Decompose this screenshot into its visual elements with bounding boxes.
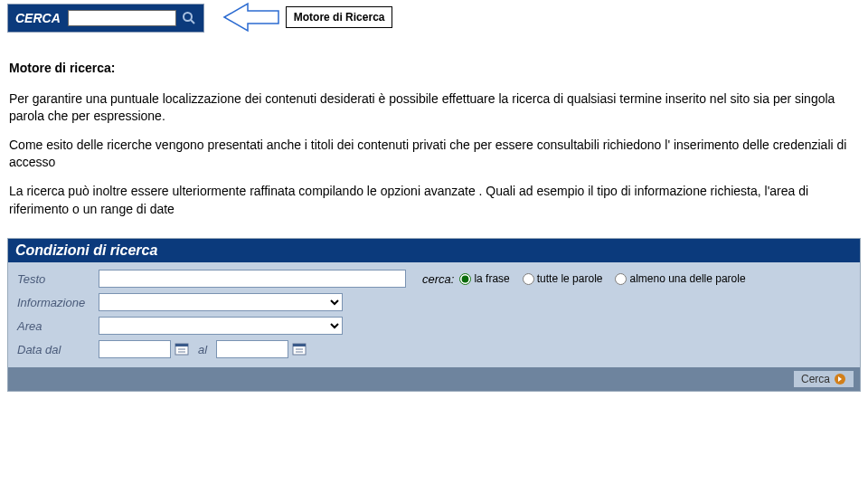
calendar-icon[interactable] xyxy=(175,342,189,356)
cerca-button[interactable]: Cerca xyxy=(793,370,854,388)
radio-tutte-le-parole[interactable]: tutte le parole xyxy=(523,272,603,285)
svg-marker-2 xyxy=(224,4,278,31)
search-input[interactable] xyxy=(68,10,176,26)
search-bar: CERCA xyxy=(7,4,204,33)
svg-rect-8 xyxy=(293,344,306,346)
calendar-icon[interactable] xyxy=(292,342,307,356)
body-text: Motore di ricerca: Per garantire una pun… xyxy=(9,60,859,218)
data-al-input[interactable] xyxy=(216,340,288,358)
label-cerca: cerca: xyxy=(422,272,454,286)
section-heading: Motore di ricerca: xyxy=(9,60,859,78)
callout-label: Motore di Ricerca xyxy=(286,6,393,28)
search-panel: Condizioni di ricerca Testo cerca: la fr… xyxy=(7,238,861,392)
data-dal-input[interactable] xyxy=(99,340,171,358)
row-area: Area xyxy=(17,317,851,335)
label-al: al xyxy=(198,343,207,356)
label-data-dal: Data dal xyxy=(17,343,99,356)
row-informazione: Informazione xyxy=(17,293,851,311)
testo-input[interactable] xyxy=(99,270,406,288)
paragraph-1: Per garantire una puntuale localizzazion… xyxy=(9,90,859,126)
label-informazione: Informazione xyxy=(17,296,99,309)
label-testo: Testo xyxy=(17,272,99,286)
panel-title: Condizioni di ricerca xyxy=(8,239,860,262)
arrow-left-icon xyxy=(222,2,286,33)
go-arrow-icon xyxy=(834,373,846,385)
svg-line-1 xyxy=(191,20,194,24)
area-select[interactable] xyxy=(99,317,343,335)
row-data: Data dal al xyxy=(17,340,851,358)
radio-almeno-una[interactable]: almeno una delle parole xyxy=(615,272,745,285)
paragraph-2: Come esito delle ricerche vengono presen… xyxy=(9,137,859,172)
paragraph-3: La ricerca può inoltre essere ulteriorme… xyxy=(9,183,859,218)
callout: Motore di Ricerca xyxy=(222,2,393,33)
radio-la-frase[interactable]: la frase xyxy=(459,272,509,285)
radio-tutte-input[interactable] xyxy=(523,273,534,285)
cerca-button-label: Cerca xyxy=(801,373,830,385)
svg-point-0 xyxy=(184,13,192,21)
svg-rect-4 xyxy=(175,344,188,346)
radio-almeno-input[interactable] xyxy=(615,273,627,285)
panel-footer: Cerca xyxy=(8,367,860,391)
label-area: Area xyxy=(17,319,99,333)
informazione-select[interactable] xyxy=(99,293,343,311)
radio-group: la frase tutte le parole almeno una dell… xyxy=(459,272,754,285)
radio-la-frase-input[interactable] xyxy=(459,273,471,285)
row-testo: Testo cerca: la frase tutte le parole al… xyxy=(17,270,851,288)
search-icon[interactable] xyxy=(182,11,196,25)
search-bar-label: CERCA xyxy=(15,11,61,25)
